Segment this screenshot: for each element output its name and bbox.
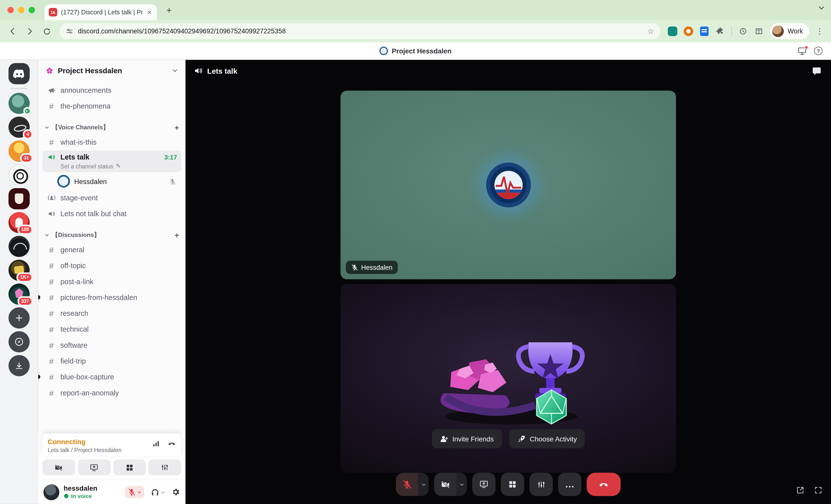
channel-report-an-anomaly[interactable]: # report-an-anomaly (42, 385, 181, 401)
forward-icon[interactable] (22, 24, 37, 38)
popout-icon[interactable] (796, 486, 805, 494)
participant-video-tile[interactable]: Hessdalen (341, 90, 676, 279)
extensions-puzzle-icon[interactable] (713, 25, 727, 38)
voice-channel-header: Lets talk (194, 66, 237, 75)
channel-general[interactable]: # general (42, 242, 181, 258)
channel-post-a-link[interactable]: # post-a-link (42, 273, 181, 289)
server-avatar-8[interactable]: 1K+ (8, 260, 30, 281)
camera-off-icon[interactable] (434, 473, 456, 496)
update-monitor-icon[interactable] (798, 47, 806, 55)
extension-c-icon[interactable] (697, 25, 711, 38)
reading-list-icon[interactable] (752, 25, 766, 38)
participant-name: Hessdalen (74, 177, 107, 185)
channel-stage-event[interactable]: stage-event (42, 190, 181, 206)
browser-profile-button[interactable]: Work (770, 23, 809, 39)
screen-share-button[interactable] (472, 473, 495, 496)
channel-lets-not-talk-but-chat[interactable]: Lets not talk but chat (42, 206, 181, 221)
server-avatar-2[interactable]: 4 (8, 117, 30, 138)
site-info-icon[interactable] (66, 27, 73, 35)
server-menu-chevron-icon[interactable] (172, 67, 178, 74)
deafen-toggle-button[interactable] (151, 488, 165, 496)
deafen-options-chevron-icon[interactable] (161, 490, 165, 494)
pencil-icon[interactable]: ✎ (116, 163, 121, 170)
bookmark-star-icon[interactable]: ☆ (648, 27, 654, 35)
tab-close-icon[interactable]: × (146, 7, 152, 17)
mic-muted-icon[interactable] (396, 473, 418, 496)
disconnect-phone-icon[interactable] (167, 440, 176, 447)
stage-channel-icon (47, 194, 56, 202)
channel-label: software (60, 341, 87, 349)
activities-button[interactable] (501, 473, 524, 496)
open-chat-icon[interactable] (812, 66, 822, 76)
extension-b-icon[interactable] (682, 25, 695, 38)
channel-label: general (60, 245, 84, 254)
browser-tab[interactable]: 1k (1727) Discord | Lets talk | Pr × (45, 4, 157, 20)
fullscreen-icon[interactable] (814, 486, 822, 494)
voice-channels-section[interactable]: 【Voice Channels】 + (42, 120, 181, 134)
mute-options-chevron-icon[interactable] (137, 490, 141, 494)
extension-a-icon[interactable] (666, 25, 680, 38)
user-avatar[interactable] (44, 484, 59, 500)
channel-research[interactable]: # research (42, 305, 181, 321)
mute-toggle-button[interactable] (125, 486, 144, 498)
zoom-window-button[interactable] (29, 7, 35, 13)
address-bar[interactable]: discord.com/channels/1096752409402949692… (59, 23, 660, 39)
user-panel[interactable]: hessdalen In voice (38, 479, 185, 504)
server-avatar-4[interactable] (8, 164, 30, 185)
close-window-button[interactable] (7, 7, 14, 13)
channel-status-hint[interactable]: Set a channel status (60, 163, 113, 169)
server-avatar-6[interactable]: 108 (8, 212, 30, 233)
channel-off-topic[interactable]: # off-topic (42, 258, 181, 273)
server-avatar-7[interactable] (8, 236, 30, 257)
server-avatar-active-voice[interactable] (8, 93, 30, 114)
server-avatar-3[interactable]: 31 (8, 141, 30, 162)
mic-control[interactable] (396, 473, 429, 496)
channel-label: blue-box-capture (60, 373, 114, 381)
connection-location[interactable]: Lets talk / Project Hessdalen (48, 447, 122, 453)
add-server-button[interactable] (8, 307, 30, 329)
channel-field-trip[interactable]: # field-trip (42, 353, 181, 369)
sync-icon[interactable] (736, 25, 750, 38)
screen-share-button[interactable] (78, 459, 110, 475)
minimize-window-button[interactable] (18, 7, 25, 13)
tab-favicon: 1k (49, 8, 57, 16)
voice-participant-row[interactable]: Hessdalen (42, 173, 181, 190)
server-header[interactable]: Project Hessdalen (38, 60, 185, 81)
new-tab-button[interactable]: + (162, 4, 176, 18)
help-icon[interactable]: ? (814, 47, 822, 55)
camera-control[interactable] (434, 473, 467, 496)
soundboard-button[interactable] (529, 473, 553, 496)
activities-button[interactable] (113, 459, 146, 475)
discord-home-button[interactable] (8, 63, 30, 84)
channel-lets-talk-selected[interactable]: Lets talk 3:17 Set a channel status ✎ (42, 151, 181, 172)
disconnect-button[interactable] (586, 473, 621, 496)
channel-what-is-this[interactable]: # what-is-this (42, 134, 181, 150)
soundboard-button[interactable] (149, 459, 181, 475)
server-avatar-5[interactable] (8, 188, 30, 209)
reload-icon[interactable] (39, 24, 54, 38)
mic-options-chevron-icon[interactable] (418, 473, 429, 496)
server-rail: 4 31 108 1K+ 337 (0, 60, 38, 504)
connection-signal-icon[interactable] (152, 440, 160, 447)
discussions-section[interactable]: 【Discussions】 + (42, 228, 181, 242)
channel-blue-box-capture[interactable]: # blue-box-capture (42, 369, 181, 385)
camera-options-chevron-icon[interactable] (456, 473, 467, 496)
channel-announcements[interactable]: announcements (42, 82, 181, 98)
camera-off-button[interactable] (42, 459, 75, 475)
browser-menu-icon[interactable]: ⋮ (813, 26, 826, 36)
channel-the-phenomena[interactable]: # the-phenomena (42, 98, 181, 114)
channel-technical[interactable]: # technical (42, 321, 181, 337)
server-avatar-9[interactable]: 337 (8, 284, 30, 305)
choose-activity-button[interactable]: Choose Activity (509, 429, 585, 448)
create-channel-icon[interactable]: + (175, 123, 179, 131)
more-options-button[interactable]: … (558, 473, 581, 496)
back-icon[interactable] (5, 24, 20, 38)
channel-software[interactable]: # software (42, 337, 181, 353)
create-channel-icon[interactable]: + (175, 230, 179, 239)
download-apps-button[interactable] (8, 355, 30, 376)
explore-servers-button[interactable] (8, 331, 30, 352)
channel-pictures-from-hessdalen[interactable]: # pictures-from-hessdalen (42, 289, 181, 305)
invite-friends-button[interactable]: Invite Friends (432, 429, 502, 448)
user-settings-gear-icon[interactable] (171, 487, 180, 496)
tab-search-icon[interactable] (819, 5, 825, 11)
